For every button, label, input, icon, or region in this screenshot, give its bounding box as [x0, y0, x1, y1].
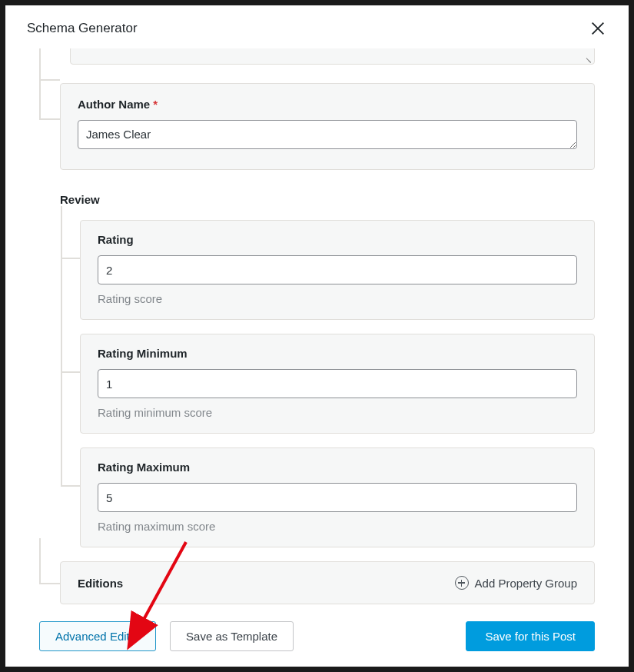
close-icon	[589, 20, 606, 37]
author-name-label: Author Name *	[78, 98, 577, 111]
rating-input[interactable]	[98, 255, 577, 284]
rating-minimum-group: Rating Minimum Rating minimum score	[80, 334, 595, 434]
modal-frame: Schema Generator Author Name *	[5, 5, 629, 667]
rating-maximum-group: Rating Maximum Rating maximum score	[80, 447, 595, 547]
modal-header: Schema Generator	[5, 5, 629, 48]
author-name-group: Author Name *	[60, 83, 595, 170]
save-as-template-button[interactable]: Save as Template	[170, 621, 294, 651]
save-for-this-post-button[interactable]: Save for this Post	[466, 621, 595, 651]
close-button[interactable]	[589, 19, 607, 38]
author-name-label-text: Author Name	[78, 98, 150, 111]
action-buttons-left: Advanced Editor Save as Template	[39, 621, 294, 651]
rating-maximum-helper: Rating maximum score	[98, 520, 577, 533]
rating-label: Rating	[98, 233, 577, 246]
rating-minimum-helper: Rating minimum score	[98, 406, 577, 419]
rating-minimum-label: Rating Minimum	[98, 347, 577, 360]
review-children: Rating Rating score Rating Minimum Ratin…	[60, 220, 595, 547]
rating-group: Rating Rating score	[80, 220, 595, 320]
rating-helper: Rating score	[98, 292, 577, 305]
partial-textarea-fragment[interactable]	[70, 48, 595, 65]
rating-maximum-input[interactable]	[98, 483, 577, 512]
schema-tree: Author Name * Review Rating Rating score	[39, 48, 595, 604]
action-button-row: Advanced Editor Save as Template Save fo…	[39, 621, 595, 651]
resize-handle-icon[interactable]	[585, 56, 591, 62]
rating-maximum-label: Rating Maximum	[98, 461, 577, 474]
add-property-group-button[interactable]: Add Property Group	[455, 576, 577, 590]
advanced-editor-button[interactable]: Advanced Editor	[39, 621, 156, 651]
editions-title: Editions	[78, 577, 123, 590]
partial-field-group	[60, 48, 595, 65]
editions-group: Editions Add Property Group	[60, 561, 595, 604]
review-heading: Review	[60, 193, 595, 206]
required-indicator: *	[153, 98, 158, 111]
modal-title: Schema Generator	[27, 21, 138, 36]
add-property-group-label: Add Property Group	[475, 577, 577, 590]
plus-circle-icon	[455, 576, 469, 590]
rating-minimum-input[interactable]	[98, 369, 577, 398]
author-name-input[interactable]	[78, 120, 577, 149]
modal-body[interactable]: Author Name * Review Rating Rating score	[5, 48, 629, 667]
